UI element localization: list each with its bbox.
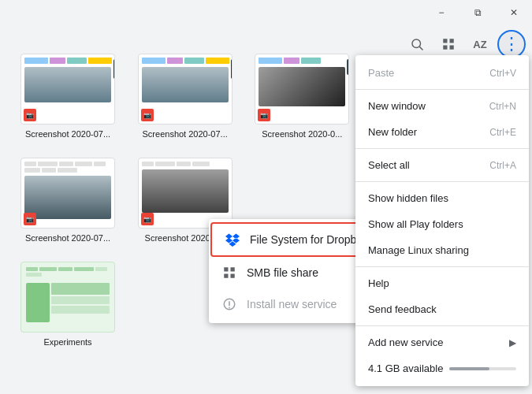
file-name: Screenshot 2020-07... [20, 233, 115, 243]
send-feedback-menu-item[interactable]: Send feedback [355, 296, 529, 322]
close-button[interactable]: ✕ [496, 0, 532, 25]
file-grid: 📷 Screenshot 2020-07... 📷 Screenshot 202… [0, 0, 370, 394]
svg-rect-9 [231, 274, 235, 278]
restore-button[interactable]: ⧉ [459, 0, 496, 25]
menu-divider [355, 89, 529, 90]
install-service-label: Install new service [247, 298, 337, 310]
file-thumbnail: 📷 [20, 158, 115, 229]
new-folder-shortcut: Ctrl+E [489, 127, 516, 138]
file-type-badge: 📷 [141, 109, 154, 121]
select-all-label: Select all [368, 159, 410, 171]
storage-label: 4.1 GB available [368, 362, 443, 374]
search-button[interactable] [403, 30, 431, 58]
svg-point-0 [412, 39, 421, 48]
submenu-arrow-icon: ▶ [509, 337, 516, 348]
select-all-menu-item[interactable]: Select all Ctrl+A [355, 152, 529, 178]
file-item[interactable]: 📷 Screenshot 2020-07... [13, 47, 123, 145]
main-context-menu: Paste Ctrl+V New window Ctrl+N New folde… [355, 55, 529, 386]
file-item[interactable]: 📷 Screenshot 2020-07... [13, 151, 123, 249]
file-name: Screenshot 2020-07... [20, 129, 115, 139]
show-play-label: Show all Play folders [368, 218, 463, 230]
new-window-menu-item[interactable]: New window Ctrl+N [355, 93, 529, 119]
new-folder-label: New folder [368, 126, 417, 138]
svg-rect-4 [443, 46, 447, 50]
dropbox-icon [225, 232, 240, 247]
file-thumbnail: 📷 [20, 54, 115, 125]
show-play-menu-item[interactable]: Show all Play folders [355, 211, 529, 237]
svg-rect-7 [231, 267, 235, 271]
install-icon [221, 296, 237, 312]
menu-divider [355, 266, 529, 267]
svg-rect-5 [450, 46, 454, 50]
file-name: Screenshot 2020-07... [138, 129, 233, 139]
paste-shortcut: Ctrl+V [489, 68, 516, 79]
add-service-menu-item[interactable]: Add new service ▶ [355, 329, 529, 355]
file-thumbnail [20, 262, 115, 333]
file-item[interactable]: Experiments [13, 255, 123, 353]
new-folder-menu-item[interactable]: New folder Ctrl+E [355, 119, 529, 145]
svg-rect-8 [224, 274, 228, 278]
manage-linux-label: Manage Linux sharing [368, 244, 469, 256]
file-name: Screenshot 2020-0... [255, 129, 349, 139]
file-thumbnail: 📷 [255, 54, 349, 125]
help-label: Help [368, 277, 389, 289]
file-type-badge: 📷 [141, 213, 154, 225]
show-hidden-label: Show hidden files [368, 192, 448, 204]
select-all-shortcut: Ctrl+A [489, 160, 516, 171]
new-window-shortcut: Ctrl+N [489, 101, 516, 112]
grid-view-button[interactable] [434, 30, 463, 58]
storage-bar [449, 367, 516, 370]
file-name: Experiments [20, 337, 115, 347]
svg-line-1 [419, 46, 422, 50]
file-item[interactable]: 📷 Screenshot 2020-0... [247, 47, 357, 145]
storage-bar-fill [449, 367, 489, 370]
show-hidden-menu-item[interactable]: Show hidden files [355, 185, 529, 211]
file-item[interactable]: 📷 Screenshot 2020-07... [130, 47, 240, 145]
svg-rect-3 [450, 39, 454, 43]
new-window-label: New window [368, 100, 426, 112]
paste-label: Paste [368, 67, 394, 79]
manage-linux-menu-item[interactable]: Manage Linux sharing [355, 237, 529, 263]
smb-icon [221, 265, 237, 281]
storage-info: 4.1 GB available [355, 355, 529, 381]
add-service-label: Add new service [368, 336, 443, 348]
more-options-button[interactable]: ⋮ [497, 30, 526, 58]
svg-rect-6 [224, 267, 228, 271]
paste-menu-item[interactable]: Paste Ctrl+V [355, 60, 529, 86]
menu-divider [355, 181, 529, 182]
menu-divider [355, 148, 529, 149]
send-feedback-label: Send feedback [368, 303, 437, 315]
menu-divider [355, 325, 529, 326]
dropbox-service-label: File System for Dropbox [250, 233, 368, 246]
smb-service-label: SMB file share [247, 266, 318, 279]
file-type-badge: 📷 [24, 213, 36, 225]
sort-button[interactable]: AZ [466, 30, 494, 58]
minimize-button[interactable]: − [423, 0, 459, 25]
file-type-badge: 📷 [24, 109, 36, 121]
file-thumbnail: 📷 [138, 54, 233, 125]
title-bar: − ⧉ ✕ [423, 0, 532, 25]
help-menu-item[interactable]: Help [355, 270, 529, 296]
file-type-badge: 📷 [258, 109, 270, 121]
file-thumbnail: 📷 [138, 158, 233, 229]
svg-rect-2 [443, 39, 447, 43]
